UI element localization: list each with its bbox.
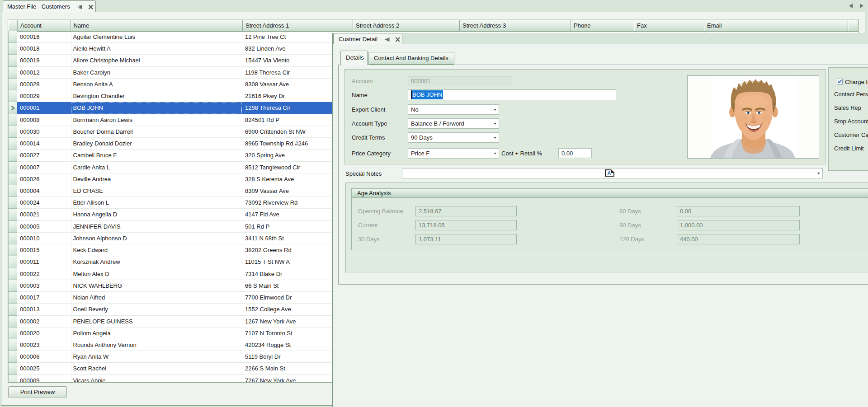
svg-text:A: A xyxy=(607,170,611,177)
